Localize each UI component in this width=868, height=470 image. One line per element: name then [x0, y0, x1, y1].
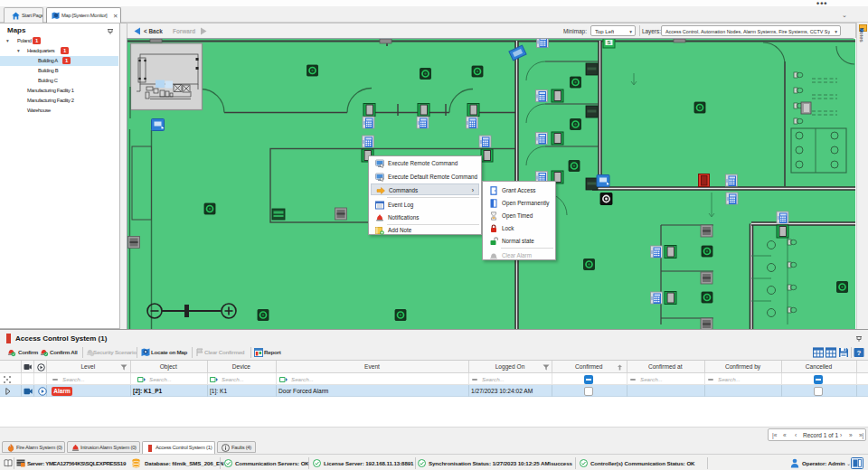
svg-text:?: ? [857, 349, 862, 357]
svg-text:S: S [607, 40, 610, 45]
